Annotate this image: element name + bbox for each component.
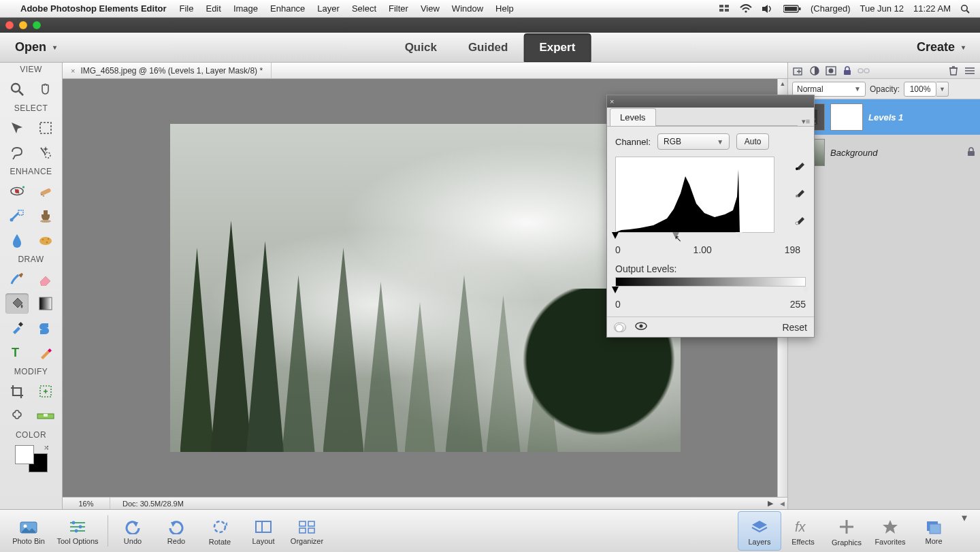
layout-button[interactable]: Layout xyxy=(242,511,285,551)
more-menu-arrow-icon[interactable]: ▾ xyxy=(956,511,973,524)
cookie-cutter-tool[interactable] xyxy=(5,406,29,426)
sponge-tool[interactable] xyxy=(34,230,57,250)
window-close-button[interactable] xyxy=(5,21,14,29)
black-point-eyedropper-icon[interactable] xyxy=(794,157,808,172)
opacity-value[interactable]: 100% xyxy=(904,82,936,97)
clone-stamp-tool[interactable] xyxy=(34,206,57,226)
white-point-eyedropper-icon[interactable] xyxy=(794,211,808,226)
channel-dropdown[interactable]: RGB ▼ xyxy=(657,133,730,150)
levels-tab[interactable]: Levels xyxy=(610,108,656,126)
rotate-button[interactable]: Rotate xyxy=(198,511,242,551)
app-name[interactable]: Adobe Photoshop Elements Editor xyxy=(14,3,174,14)
menu-file[interactable]: File xyxy=(174,3,200,14)
input-levels-slider[interactable]: ↖ xyxy=(615,232,774,240)
zoom-tool[interactable] xyxy=(5,79,29,99)
window-zoom-button[interactable] xyxy=(33,21,41,29)
new-layer-icon[interactable] xyxy=(792,65,804,77)
marquee-tool[interactable] xyxy=(34,118,57,138)
photo-bin-button[interactable]: Photo Bin xyxy=(7,511,50,551)
redo-button[interactable]: Redo xyxy=(154,511,198,551)
menu-select[interactable]: Select xyxy=(346,3,382,14)
layer-mask-thumbnail[interactable] xyxy=(830,103,863,131)
input-gamma-value[interactable]: 1.00 xyxy=(693,244,712,255)
gray-point-eyedropper-icon[interactable] xyxy=(794,184,808,199)
layer-row-background[interactable]: Background xyxy=(788,135,980,170)
organizer-button[interactable]: Organizer xyxy=(285,511,329,551)
spaces-icon[interactable] xyxy=(715,5,735,13)
output-black-value[interactable]: 0 xyxy=(615,299,621,310)
output-levels-slider[interactable] xyxy=(615,287,806,295)
layer-row-levels[interactable]: Levels 1 xyxy=(788,99,980,135)
opacity-stepper[interactable]: ▼ xyxy=(936,82,949,97)
spotlight-icon[interactable] xyxy=(956,4,975,14)
status-menu-arrow-icon[interactable]: ▶ xyxy=(764,499,777,508)
menubar-time[interactable]: 11:22 AM xyxy=(909,3,956,14)
pencil-tool[interactable] xyxy=(34,342,57,363)
foreground-color-swatch[interactable] xyxy=(15,445,34,464)
panel-menu-icon[interactable]: ▾≡ xyxy=(798,117,814,126)
recompose-tool[interactable] xyxy=(34,381,57,402)
output-white-value[interactable]: 255 xyxy=(790,299,806,310)
volume-icon[interactable] xyxy=(757,4,779,14)
redeye-tool[interactable] xyxy=(5,181,29,201)
levels-panel-titlebar[interactable]: × xyxy=(607,95,814,108)
menu-help[interactable]: Help xyxy=(489,3,520,14)
color-swatch[interactable]: ⤭ xyxy=(15,445,48,472)
menu-enhance[interactable]: Enhance xyxy=(264,3,311,14)
document-tab[interactable]: × IMG_4658.jpeg @ 16% (Levels 1, Layer M… xyxy=(63,63,272,78)
crop-tool[interactable] xyxy=(5,381,29,402)
undo-button[interactable]: Undo xyxy=(111,511,154,551)
output-black-slider-handle[interactable] xyxy=(612,287,619,293)
new-adjustment-layer-icon[interactable] xyxy=(808,65,821,77)
brush-tool[interactable] xyxy=(5,269,29,289)
mode-tab-guided[interactable]: Guided xyxy=(453,33,524,61)
menu-layer[interactable]: Layer xyxy=(311,3,346,14)
hand-tool[interactable] xyxy=(34,79,57,99)
type-tool[interactable]: T xyxy=(5,342,29,363)
blur-tool[interactable] xyxy=(5,230,29,250)
scroll-up-arrow-icon[interactable]: ▲ xyxy=(778,79,787,88)
gradient-tool[interactable] xyxy=(34,293,57,314)
quick-selection-tool[interactable] xyxy=(34,142,57,163)
effects-panel-button[interactable]: fx Effects xyxy=(781,511,825,551)
smart-brush-tool[interactable] xyxy=(5,206,29,226)
visibility-toggle-icon[interactable] xyxy=(634,321,648,333)
spot-healing-tool[interactable] xyxy=(34,181,57,201)
panel-menu-icon[interactable] xyxy=(964,65,976,77)
clip-toggle[interactable] xyxy=(614,323,626,332)
input-black-slider-handle[interactable] xyxy=(612,232,619,239)
output-white-slider-handle[interactable] xyxy=(802,287,809,293)
menubar-date[interactable]: Tue Jun 12 xyxy=(855,3,909,14)
close-tab-icon[interactable]: × xyxy=(71,67,75,75)
menu-edit[interactable]: Edit xyxy=(199,3,227,14)
menu-view[interactable]: View xyxy=(414,3,446,14)
wifi-icon[interactable] xyxy=(735,4,757,14)
graphics-panel-button[interactable]: Graphics xyxy=(825,511,868,551)
paint-bucket-tool[interactable] xyxy=(5,293,29,314)
lock-layer-icon[interactable] xyxy=(841,65,853,77)
mode-tab-expert[interactable]: Expert xyxy=(523,33,591,62)
create-menu-button[interactable]: Create ▾ xyxy=(911,37,970,57)
favorites-panel-button[interactable]: Favorites xyxy=(868,511,912,551)
shape-tool[interactable] xyxy=(34,318,57,338)
close-icon[interactable]: × xyxy=(610,97,614,105)
delete-layer-icon[interactable] xyxy=(947,65,960,77)
tool-options-button[interactable]: Tool Options xyxy=(50,511,105,551)
layer-mask-icon[interactable] xyxy=(825,65,837,77)
mode-tab-quick[interactable]: Quick xyxy=(389,33,453,61)
auto-levels-button[interactable]: Auto xyxy=(736,133,769,150)
layers-panel-button[interactable]: Layers xyxy=(738,511,781,551)
input-white-slider-handle[interactable] xyxy=(736,232,742,239)
input-white-value[interactable]: 198 xyxy=(785,244,800,255)
zoom-level[interactable]: 16% xyxy=(63,498,110,509)
window-minimize-button[interactable] xyxy=(19,21,27,29)
battery-icon[interactable] xyxy=(779,5,806,13)
open-menu-button[interactable]: Open ▾ xyxy=(10,37,62,57)
lasso-tool[interactable] xyxy=(5,142,29,163)
move-tool[interactable] xyxy=(5,118,29,138)
reset-button[interactable]: Reset xyxy=(782,322,807,333)
menu-window[interactable]: Window xyxy=(446,3,489,14)
input-black-value[interactable]: 0 xyxy=(615,244,621,255)
straighten-tool[interactable] xyxy=(34,406,57,426)
swap-colors-icon[interactable]: ⤭ xyxy=(44,444,49,451)
